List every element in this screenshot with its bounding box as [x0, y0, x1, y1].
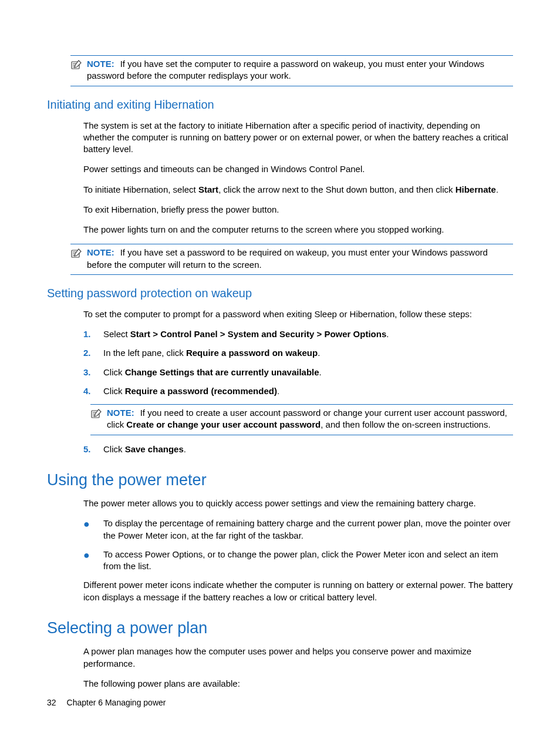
heading-hibernation: Initiating and exiting Hibernation [47, 97, 513, 113]
note-label: NOTE: [87, 247, 114, 257]
note-icon [70, 248, 83, 261]
page-footer: 32Chapter 6 Managing power [47, 697, 166, 708]
step-item: 5.Click Save changes. [83, 443, 513, 455]
note-label: NOTE: [107, 408, 134, 418]
step-item: 2.In the left pane, click Require a pass… [83, 347, 513, 359]
step-number: 3. [83, 367, 103, 378]
steps-list: 1.Select Start > Control Panel > System … [83, 328, 513, 397]
list-item: ●To access Power Options, or to change t… [83, 549, 513, 573]
list-item: ●To display the percentage of remaining … [83, 518, 513, 542]
bullet-icon: ● [83, 518, 103, 542]
note-icon [70, 59, 83, 73]
chapter-title: Chapter 6 Managing power [67, 698, 166, 707]
paragraph: To exit Hibernation, briefly press the p… [83, 204, 513, 216]
note-create-password: NOTE:If you need to create a user accoun… [90, 404, 513, 435]
note-hibernation-password: NOTE:If you have set a password to be re… [70, 244, 513, 275]
heading-power-plan: Selecting a power plan [47, 617, 513, 639]
steps-list: 5.Click Save changes. [83, 443, 513, 455]
paragraph: To initiate Hibernation, select Start, c… [83, 184, 513, 196]
step-number: 2. [83, 347, 103, 359]
step-item: 1.Select Start > Control Panel > System … [83, 328, 513, 340]
paragraph: To set the computer to prompt for a pass… [83, 308, 513, 320]
heading-power-meter: Using the power meter [47, 469, 513, 490]
paragraph: The following power plans are available: [83, 678, 513, 690]
note-wakeup-password: NOTE:If you have set the computer to req… [70, 55, 513, 86]
note-text: If you have set the computer to require … [87, 59, 484, 80]
page-number: 32 [47, 698, 56, 707]
paragraph: The power meter allows you to quickly ac… [83, 498, 513, 509]
step-number: 1. [83, 328, 103, 340]
paragraph: A power plan manages how the computer us… [83, 646, 513, 670]
paragraph: The system is set at the factory to init… [83, 120, 513, 156]
bullet-list: ●To display the percentage of remaining … [83, 518, 513, 572]
step-item: 3.Click Change Settings that are current… [83, 367, 513, 378]
heading-password-protection: Setting password protection on wakeup [47, 285, 513, 301]
paragraph: Different power meter icons indicate whe… [83, 579, 513, 603]
note-icon [90, 408, 103, 422]
bullet-icon: ● [83, 549, 103, 573]
step-item: 4.Click Require a password (recommended)… [83, 385, 513, 397]
note-text: If you have set a password to be require… [87, 247, 488, 269]
step-number: 4. [83, 385, 103, 397]
paragraph: Power settings and timeouts can be chang… [83, 163, 513, 175]
note-label: NOTE: [87, 59, 114, 69]
paragraph: The power lights turn on and the compute… [83, 224, 513, 236]
step-number: 5. [83, 443, 103, 455]
